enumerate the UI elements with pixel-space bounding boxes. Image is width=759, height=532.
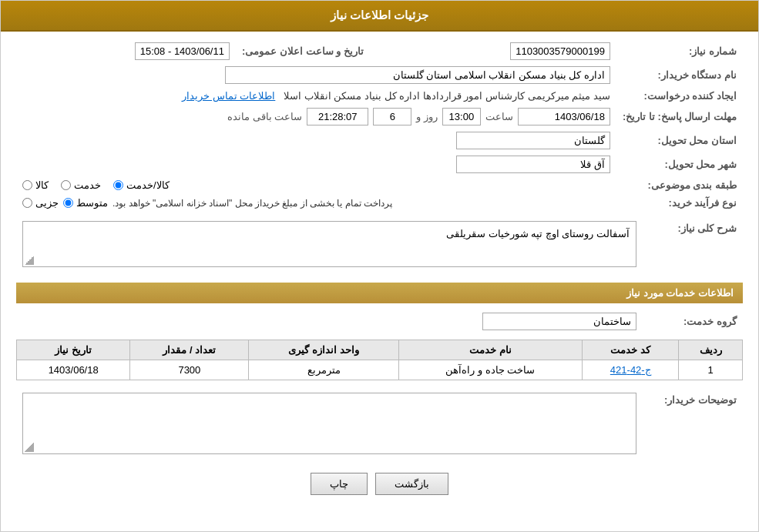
- category-goods-service-radio[interactable]: [113, 180, 123, 190]
- category-service-option[interactable]: خدمت: [61, 179, 101, 191]
- service-group-value: ساختمان: [482, 313, 636, 330]
- col-date: تاریخ نیاز: [17, 340, 130, 360]
- category-goods-service-option[interactable]: کالا/خدمت: [113, 179, 170, 191]
- deadline-remaining-label: ساعت باقی مانده: [227, 111, 302, 122]
- table-row: شهر محل تحویل: آق قلا: [16, 152, 743, 176]
- announce-value: 1403/06/11 - 15:08: [135, 42, 230, 60]
- creator-name: سید میثم میرکریمی کارشناس امور قراردادها…: [284, 90, 610, 102]
- table-row: نام دستگاه خریدار: اداره کل بنیاد مسکن ا…: [16, 63, 743, 87]
- category-goods-option[interactable]: کالا: [22, 179, 49, 191]
- table-row: شماره نیاز: 1103003579000199 تاریخ و ساع…: [16, 39, 743, 63]
- back-button[interactable]: بازگشت: [375, 473, 448, 495]
- service-group-label: گروه خدمت:: [643, 309, 743, 333]
- services-section-title: اطلاعات خدمات مورد نیاز: [16, 283, 743, 303]
- page-wrapper: جزئیات اطلاعات نیاز شماره نیاز: 11030035…: [0, 0, 759, 532]
- purchase-partial-label: جزیی: [35, 197, 59, 209]
- need-desc-label: شرح کلی نیاز:: [643, 218, 743, 273]
- category-service-label: خدمت: [74, 179, 101, 191]
- content-area: شماره نیاز: 1103003579000199 تاریخ و ساع…: [1, 32, 758, 503]
- table-row: گروه خدمت: ساختمان: [16, 309, 743, 333]
- table-header-row: ردیف کد خدمت نام خدمت واحد اندازه گیری ت…: [17, 340, 743, 360]
- creator-label: ایجاد کننده درخواست:: [616, 87, 743, 105]
- col-service-code: کد خدمت: [583, 340, 679, 360]
- table-row: 1ج-42-421ساخت جاده و راه‌آهنمترمربع73001…: [17, 360, 743, 380]
- table-row: استان محل تحویل: گلستان: [16, 129, 743, 152]
- table-row: طبقه بندی موضوعی: کالا خدمت: [16, 176, 743, 194]
- category-goods-service-label: کالا/خدمت: [126, 179, 170, 191]
- category-goods-radio[interactable]: [22, 180, 32, 190]
- announce-label: تاریخ و ساعت اعلان عمومی:: [236, 39, 387, 63]
- purchase-medium-label: متوسط: [76, 197, 108, 209]
- print-button[interactable]: چاپ: [311, 473, 368, 495]
- col-unit: واحد اندازه گیری: [249, 340, 398, 360]
- purchase-medium-radio[interactable]: [63, 198, 73, 208]
- table-row: نوع فرآیند خرید: جزیی متوسط پرداخت ت: [16, 194, 743, 212]
- category-goods-label: کالا: [35, 179, 49, 191]
- purchase-note: پرداخت تمام یا بخشی از مبلغ خریداز محل "…: [113, 198, 392, 209]
- need-number-label: شماره نیاز:: [616, 39, 743, 63]
- table-row: مهلت ارسال پاسخ: تا تاریخ: 1403/06/18 سا…: [16, 105, 743, 129]
- need-desc-table: شرح کلی نیاز: آسفالت روستای اوچ تپه شورخ…: [16, 218, 743, 273]
- buyer-desc-box: [22, 393, 636, 454]
- buyer-desc-label: توضیحات خریدار:: [643, 390, 743, 460]
- col-service-name: نام خدمت: [398, 340, 582, 360]
- service-group-table: گروه خدمت: ساختمان: [16, 309, 743, 333]
- category-label: طبقه بندی موضوعی:: [616, 176, 743, 194]
- purchase-type-label: نوع فرآیند خرید:: [616, 194, 743, 212]
- deadline-remaining-time: 21:28:07: [307, 108, 368, 125]
- need-desc-box: آسفالت روستای اوچ تپه شورخیات سقریلقی: [22, 221, 636, 267]
- buyer-desc-table: توضیحات خریدار:: [16, 390, 743, 460]
- deadline-days: 6: [373, 108, 411, 125]
- col-row-num: ردیف: [679, 340, 743, 360]
- deadline-time: 13:00: [442, 108, 481, 125]
- city-value: آق قلا: [456, 156, 610, 173]
- deadline-label: مهلت ارسال پاسخ: تا تاریخ:: [616, 105, 743, 129]
- purchase-partial-radio[interactable]: [22, 198, 32, 208]
- need-desc-value: آسفالت روستای اوچ تپه شورخیات سقریلقی: [446, 228, 630, 239]
- creator-contact-link[interactable]: اطلاعات تماس خریدار: [182, 90, 275, 102]
- resize-handle: [25, 256, 34, 265]
- province-label: استان محل تحویل:: [616, 129, 743, 152]
- purchase-medium-option[interactable]: متوسط: [63, 197, 108, 209]
- deadline-date: 1403/06/18: [518, 108, 610, 125]
- category-radio-group: کالا خدمت کالا/خدمت: [22, 179, 610, 191]
- table-row: ایجاد کننده درخواست: سید میثم میرکریمی ک…: [16, 87, 743, 105]
- resize-handle-buyer: [25, 443, 34, 452]
- table-row: شرح کلی نیاز: آسفالت روستای اوچ تپه شورخ…: [16, 218, 743, 273]
- services-table: ردیف کد خدمت نام خدمت واحد اندازه گیری ت…: [16, 340, 743, 380]
- province-value: گلستان: [456, 132, 610, 149]
- need-number-value: 1103003579000199: [510, 42, 610, 60]
- col-quantity: تعداد / مقدار: [130, 340, 249, 360]
- main-info-table: شماره نیاز: 1103003579000199 تاریخ و ساع…: [16, 39, 743, 212]
- button-group: بازگشت چاپ: [16, 473, 743, 495]
- category-service-radio[interactable]: [61, 180, 71, 190]
- buyer-org-label: نام دستگاه خریدار:: [616, 63, 743, 87]
- page-header: جزئیات اطلاعات نیاز: [1, 1, 758, 32]
- city-label: شهر محل تحویل:: [616, 152, 743, 176]
- table-row: توضیحات خریدار:: [16, 390, 743, 460]
- page-title: جزئیات اطلاعات نیاز: [331, 8, 428, 22]
- buyer-org-value: اداره کل بنیاد مسکن انقلاب اسلامی استان …: [225, 66, 610, 84]
- purchase-partial-option[interactable]: جزیی: [22, 197, 59, 209]
